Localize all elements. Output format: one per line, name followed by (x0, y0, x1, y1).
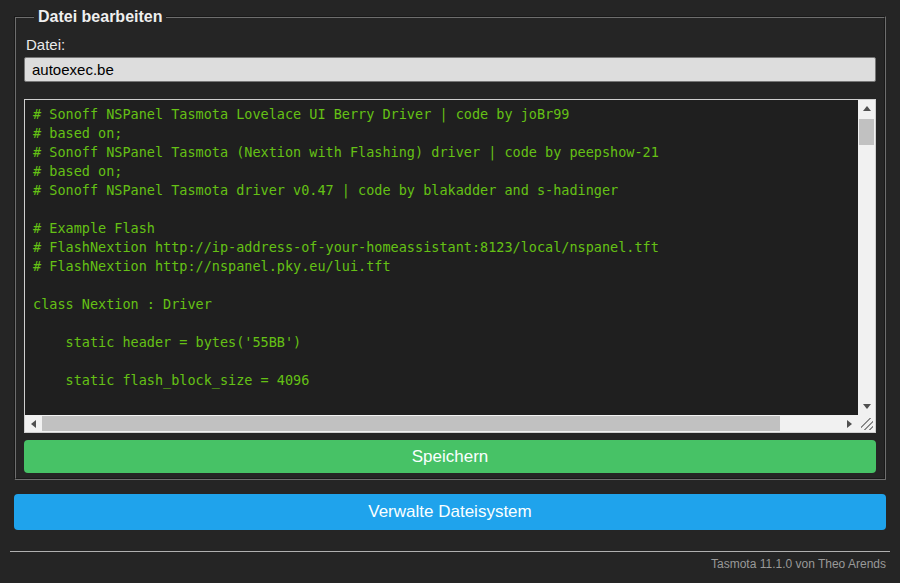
page-container: Datei bearbeiten Datei: # Sonoff NSPanel… (0, 0, 900, 571)
vertical-scrollbar[interactable] (858, 100, 875, 415)
resize-grip-icon[interactable] (861, 418, 873, 430)
scroll-right-icon (847, 420, 852, 428)
footer-version-text: Tasmota 11.1.0 von Theo Arends (13, 552, 887, 571)
scroll-up-button[interactable] (858, 100, 875, 117)
scroll-down-button[interactable] (858, 398, 875, 415)
horizontal-scrollbar-thumb[interactable] (42, 416, 780, 431)
manage-filesystem-button[interactable]: Verwalte Dateisystem (14, 494, 886, 530)
scroll-down-icon (863, 404, 871, 409)
scroll-left-icon (31, 420, 36, 428)
edit-file-fieldset: Datei bearbeiten Datei: # Sonoff NSPanel… (14, 8, 886, 480)
fieldset-legend: Datei bearbeiten (34, 8, 166, 26)
file-name-label: Datei: (26, 36, 876, 53)
scroll-right-button[interactable] (841, 415, 858, 432)
scrollbar-corner (858, 415, 875, 432)
scroll-up-icon (863, 106, 871, 111)
file-editor-content: # Sonoff NSPanel Tasmota Lovelace UI Ber… (25, 100, 858, 415)
page-footer: Tasmota 11.1.0 von Theo Arends (13, 551, 887, 571)
file-editor[interactable]: # Sonoff NSPanel Tasmota Lovelace UI Ber… (24, 99, 876, 433)
horizontal-scrollbar[interactable] (25, 415, 858, 432)
vertical-scrollbar-thumb[interactable] (859, 119, 874, 145)
file-name-input[interactable] (24, 57, 876, 82)
scroll-left-button[interactable] (25, 415, 42, 432)
save-button[interactable]: Speichern (24, 440, 876, 473)
